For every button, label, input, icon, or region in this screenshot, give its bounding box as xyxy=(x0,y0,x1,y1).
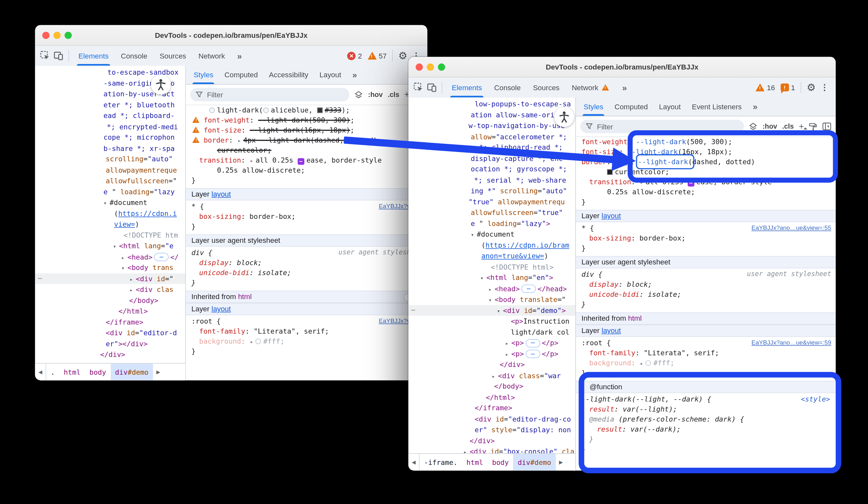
toggle-hov-button[interactable]: :hov xyxy=(762,122,777,130)
expand-ellipsis-pill[interactable]: ⋯ xyxy=(526,350,540,358)
dom-tree-line[interactable]: w-top-navigation-by-use xyxy=(408,120,575,131)
dom-tree-line[interactable]: <div id="editor-drag-co xyxy=(408,413,575,424)
sidebar-tab-layout[interactable]: Layout xyxy=(314,65,347,84)
breadcrumb-item[interactable]: -iframe. xyxy=(420,454,462,471)
paint-roller-icon[interactable] xyxy=(809,122,817,131)
zoom-window-button[interactable] xyxy=(65,31,72,39)
style-declaration-line[interactable]: transition: ▸all 0.25s ~ease, border-sty… xyxy=(192,155,427,165)
style-declaration-line[interactable]: !font-weight: --light-dark(500, 300); xyxy=(192,115,427,125)
layer-link[interactable]: layout xyxy=(601,212,621,220)
style-declaration-line[interactable]: result: var(--light); xyxy=(581,404,836,414)
dom-tree-line[interactable]: (https://cdpn.i xyxy=(35,208,185,219)
style-declaration-line[interactable]: unicode-bidi: isolate; xyxy=(581,290,836,300)
color-swatch[interactable] xyxy=(646,360,651,366)
color-swatch[interactable] xyxy=(209,107,215,113)
color-swatch[interactable] xyxy=(256,339,261,344)
tab-elements[interactable]: Elements xyxy=(72,46,115,65)
dom-tree-line[interactable]: </iframe> xyxy=(35,316,185,327)
bezier-easing-icon[interactable]: ~ xyxy=(298,158,304,165)
layer-link[interactable]: layout xyxy=(601,326,621,335)
inline-link[interactable]: view= xyxy=(114,220,135,228)
inspect-element-icon[interactable] xyxy=(412,81,425,94)
zoom-window-button[interactable] xyxy=(438,63,445,70)
dom-tree-line[interactable]: ▸<p>⋯</p> xyxy=(408,337,575,349)
style-declaration-line[interactable]: --light-dark(--light, --dark) { xyxy=(581,394,836,404)
dom-tree-line[interactable]: ⋯▾<div id="demo"> xyxy=(408,305,575,316)
style-declaration-line[interactable]: } xyxy=(192,278,427,288)
style-declaration-line[interactable]: !border: ▸4px --light-dark(dashed, dotte… xyxy=(192,135,427,145)
sidebar-tab-styles[interactable]: Styles xyxy=(578,97,609,116)
sidebar-tab-computed[interactable]: Computed xyxy=(609,97,653,116)
tab-network[interactable]: Network xyxy=(192,46,231,65)
tab-sources[interactable]: Sources xyxy=(527,77,566,97)
dom-tree-line[interactable]: allow="accelerometer *; xyxy=(408,131,575,142)
dom-tree-line[interactable]: ▸<p>⋯</p> xyxy=(408,348,575,359)
titlebar[interactable]: DevTools - codepen.io/bramus/pen/EaYBJJx xyxy=(408,57,836,78)
row-overflow-dots[interactable]: ⋯ xyxy=(38,273,42,284)
dom-tree-line[interactable]: </html> xyxy=(35,306,185,317)
dom-tree-line[interactable]: ation allow-same-origin xyxy=(408,109,575,120)
breadcrumb-item[interactable]: . xyxy=(46,364,60,381)
row-overflow-dots[interactable]: ⋯ xyxy=(411,305,416,316)
color-swatch[interactable] xyxy=(317,107,322,113)
dom-tree-line[interactable]: *; encrypted-medi xyxy=(35,121,185,132)
dom-tree-line[interactable]: ▾#document xyxy=(408,229,575,240)
dom-tree-line[interactable]: </div> xyxy=(35,349,185,360)
more-tabs-icon[interactable]: » xyxy=(616,83,633,92)
dom-tree-line[interactable]: ▾<body translate=" xyxy=(408,294,575,305)
tab-network[interactable]: Network! xyxy=(566,77,616,97)
dom-tree-line[interactable]: </iframe> xyxy=(408,403,575,413)
dom-tree-line[interactable]: ▸<div class="war xyxy=(408,370,575,381)
breadcrumb-item[interactable]: html xyxy=(462,454,487,471)
sidebar-tab-styles[interactable]: Styles xyxy=(188,65,219,84)
toggle-cls-button[interactable]: .cls xyxy=(782,122,794,130)
style-declaration-line[interactable]: unicode-bidi: isolate; xyxy=(192,268,427,278)
color-swatch[interactable] xyxy=(607,169,612,175)
styles-filter-input[interactable] xyxy=(206,90,344,99)
style-declaration-line[interactable]: 0.25s allow-discrete; xyxy=(581,187,836,197)
style-declaration-line[interactable]: } xyxy=(192,346,427,356)
style-declaration-line[interactable]: background: ▸#fff; xyxy=(192,336,427,346)
style-declaration-line[interactable]: font-family: "Literata", serif; xyxy=(581,348,836,358)
style-declaration-line[interactable]: light-dark(aliceblue, #333); xyxy=(192,105,427,115)
dom-tree-line[interactable]: light/dark col xyxy=(408,326,575,337)
dom-tree-line[interactable]: ▸<head>⋯</ xyxy=(35,252,185,262)
style-declaration-line[interactable]: currentcolor; xyxy=(581,167,836,177)
dom-tree-line[interactable]: e " loading="lazy"> xyxy=(408,218,575,229)
element-states-icon[interactable] xyxy=(749,122,757,130)
dom-tree-line[interactable]: scrolling="auto" xyxy=(35,153,185,164)
style-declaration-line[interactable]: 0.25s allow-discrete; xyxy=(192,165,427,175)
tab-elements[interactable]: Elements xyxy=(446,77,488,97)
expand-ellipsis-pill[interactable]: ⋯ xyxy=(526,339,540,347)
sidebar-tab-accessibility[interactable]: Accessibility xyxy=(263,65,314,84)
dom-tree-line[interactable]: er" style="display: non xyxy=(408,424,575,435)
style-declaration-line[interactable]: } xyxy=(192,222,427,232)
dom-tree-line[interactable]: ocation *; gyroscope *; xyxy=(408,164,575,174)
style-declaration-line[interactable]: @media (prefers-color-scheme: dark) { xyxy=(581,414,836,424)
dom-tree-line[interactable]: display-capture *; enc xyxy=(408,153,575,164)
dom-tree-line[interactable]: ⋯▸<div id=" xyxy=(35,273,185,284)
dom-tree-line[interactable]: </body> xyxy=(408,381,575,392)
style-declaration-line[interactable]: font-family: "Literata", serif; xyxy=(192,326,427,336)
dom-tree-line[interactable]: low-popups-to-escape-sa xyxy=(408,99,575,110)
inspect-element-icon[interactable] xyxy=(39,49,52,62)
dom-tree-line[interactable]: "true" allowpaymentrequ xyxy=(408,196,575,207)
dom-tree-line[interactable]: </div> xyxy=(408,359,575,370)
stylesheet-source-link[interactable]: EaYBJJx?ano…ue&view=:59 xyxy=(751,339,831,346)
dom-tree-line[interactable]: ▾<html lang="en"> xyxy=(408,272,575,283)
stylesheet-source-link[interactable]: EaYBJJx?ano…ue&view=:55 xyxy=(751,224,831,231)
breadcrumb-item[interactable]: html xyxy=(59,364,85,381)
toggle-hov-button[interactable]: :hov xyxy=(368,91,382,99)
dom-tree-line[interactable]: <p>Instruction xyxy=(408,316,575,327)
dom-tree-line[interactable]: <!DOCTYPE htm xyxy=(35,230,185,241)
style-declaration-line[interactable]: currentcolor; xyxy=(192,145,427,155)
style-declaration-line[interactable]: transition: ▸all 0.25s ~ease, border-sty… xyxy=(581,177,836,187)
style-tag-link[interactable]: <style> xyxy=(801,395,830,403)
close-window-button[interactable] xyxy=(416,63,423,70)
settings-gear-icon[interactable]: ⚙ xyxy=(805,81,818,94)
tab-console[interactable]: Console xyxy=(488,77,527,97)
kebab-menu-icon[interactable]: ⋮ xyxy=(818,81,831,94)
breadcrumb-item[interactable]: body xyxy=(487,454,513,471)
dom-tree-line[interactable]: ▸<div clas xyxy=(35,284,185,295)
crumbs-scroll-left-icon[interactable]: ◀ xyxy=(35,364,46,381)
